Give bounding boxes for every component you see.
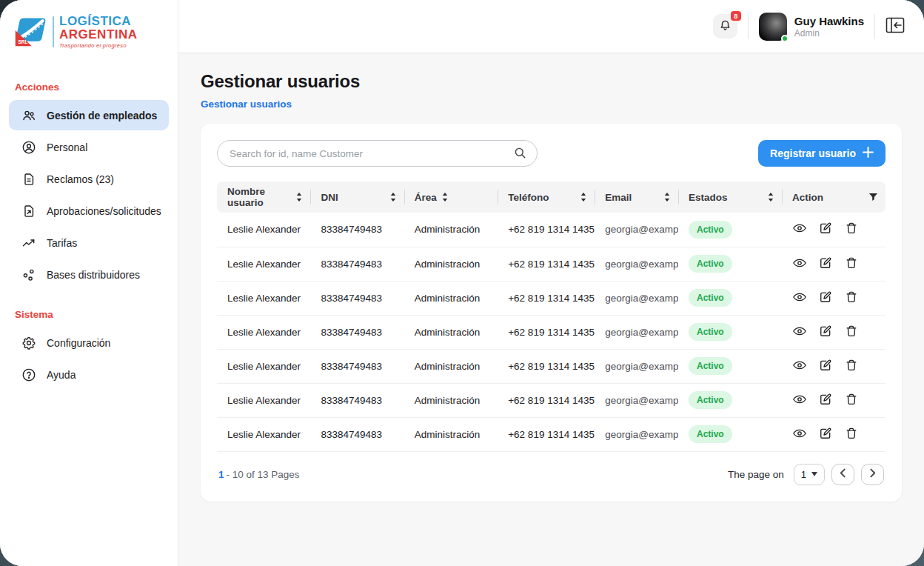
cell-telefono: +62 819 1314 1435 [498,349,595,383]
sidebar-item-label: Aprobaciones/solicitudes [47,205,161,217]
cell-email: georgia@examp.... [595,417,678,451]
edit-icon [818,290,833,307]
table-row: Leslie Alexander 83384749483 Administrac… [217,383,886,417]
edit-icon [818,256,833,273]
sidebar-item-aprobaciones-solicitudes[interactable]: Aprobaciones/solicitudes [9,196,169,226]
search-field [217,140,538,167]
column-header-email[interactable]: Email [595,182,678,213]
cell-email: georgia@examp.... [595,281,678,315]
edit-button[interactable] [818,290,833,307]
delete-button[interactable] [844,426,859,443]
column-header-area[interactable]: Área [404,182,498,213]
column-header-estados[interactable]: Estados [678,182,782,213]
cell-email: georgia@examp.... [595,213,678,247]
column-header-nombre-usuario[interactable]: Nombre usuario [217,182,310,213]
delete-button[interactable] [844,392,859,409]
cell-area: Administración [404,417,498,451]
svg-text:SRL: SRL [18,39,27,44]
gear-icon [21,335,36,350]
table-row: Leslie Alexander 83384749483 Administrac… [217,417,886,451]
sidebar-item-label: Personal [47,142,87,153]
search-input[interactable] [217,140,538,167]
edit-button[interactable] [818,256,833,273]
status-badge: Activo [689,221,732,239]
page-select-dropdown[interactable]: 1 [794,464,825,485]
cell-dni: 83384749483 [310,417,404,451]
cell-area: Administración [404,349,498,383]
cell-dni: 83384749483 [310,247,404,281]
online-status-dot [781,35,789,42]
delete-button[interactable] [844,221,859,238]
view-button[interactable] [792,290,807,307]
sidebar-collapse-button[interactable] [886,16,905,36]
column-header-telefono[interactable]: Teléfono [498,182,595,213]
page-select-value: 1 [801,469,806,480]
notifications-button[interactable]: 8 [713,14,737,39]
breadcrumb[interactable]: Gestionar usuarios [201,99,292,110]
sidebar-item-personal[interactable]: Personal [9,132,169,162]
sidebar-item-configuracion[interactable]: Configuración [9,327,169,358]
plus-icon [863,147,874,160]
sidebar-item-bases-distribuidores[interactable]: Bases distribuidores [9,259,169,290]
collapse-panel-icon [886,16,905,36]
sidebar-item-reclamos[interactable]: Reclamos (23) [9,164,169,194]
cell-actions [782,281,886,315]
edit-button[interactable] [818,426,833,443]
cell-email: georgia@examp.... [595,247,678,281]
status-badge: Activo [689,391,732,409]
cell-area: Administración [404,383,498,417]
sort-icon [389,192,397,202]
topbar-divider [874,14,875,39]
user-name: Guy Hawkins [794,15,864,28]
sidebar-item-gestion-de-empleados[interactable]: Gestión de empleados [9,100,169,130]
pagination-range: 1- 10 of 13 Pages [218,469,300,480]
view-button[interactable] [792,392,807,409]
status-badge: Activo [689,323,732,341]
edit-button[interactable] [818,358,833,375]
view-button[interactable] [792,324,807,341]
edit-button[interactable] [818,221,833,238]
status-badge: Activo [689,289,732,307]
users-card: Registrar usuario Nombre u [201,124,902,502]
topbar: 8 Guy Hawkins Admin [178,0,924,53]
cell-estado: Activo [678,383,782,417]
view-button[interactable] [792,426,807,443]
network-icon [21,267,36,282]
view-button[interactable] [792,256,807,273]
previous-page-button[interactable] [831,464,854,485]
cell-dni: 83384749483 [310,315,404,349]
cell-dni: 83384749483 [310,349,404,383]
edit-icon [818,426,833,443]
filter-icon [868,193,878,202]
column-header-dni[interactable]: DNI [310,182,404,213]
page-select-label: The page on [728,469,784,480]
logo-mark-icon: SRL [13,13,47,50]
user-role: Admin [794,28,864,39]
cell-estado: Activo [678,315,782,349]
avatar [759,13,787,41]
sidebar-item-label: Bases distribuidores [47,269,140,281]
cell-actions [782,247,886,281]
cell-area: Administración [404,247,498,281]
cell-nombre-usuario: Leslie Alexander [217,247,310,281]
edit-button[interactable] [818,324,833,341]
sidebar-section-acciones: Acciones [0,81,178,93]
user-menu[interactable]: Guy Hawkins Admin [759,13,864,41]
edit-button[interactable] [818,392,833,409]
trash-icon [844,358,859,375]
delete-button[interactable] [844,324,859,341]
view-button[interactable] [792,221,807,238]
next-page-button[interactable] [861,464,884,485]
cell-actions [782,417,886,451]
cell-area: Administración [404,281,498,315]
trash-icon [844,324,859,341]
view-button[interactable] [792,358,807,375]
sidebar-item-ayuda[interactable]: Ayuda [9,359,169,390]
register-user-button[interactable]: Registrar usuario [758,140,886,167]
delete-button[interactable] [844,290,859,307]
delete-button[interactable] [844,256,859,273]
column-header-action[interactable]: Action [782,182,886,213]
delete-button[interactable] [844,358,859,375]
register-user-label: Registrar usuario [770,147,856,159]
sidebar-item-tarifas[interactable]: Tarifas [9,227,169,258]
